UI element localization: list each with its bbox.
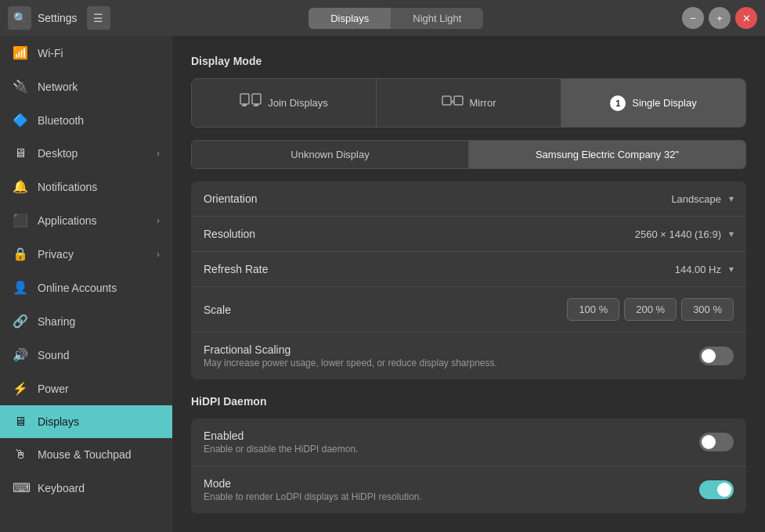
sidebar-item-label: Privacy xyxy=(38,248,147,261)
sidebar-item-label: Power xyxy=(38,383,160,395)
display-settings-card: Orientation Landscape ▾ Resolution 2560 … xyxy=(191,182,746,379)
svg-rect-3 xyxy=(252,94,261,104)
sidebar-item-network[interactable]: 🔌 Network xyxy=(0,70,172,103)
svg-rect-1 xyxy=(243,104,247,106)
sharing-icon: 🔗 xyxy=(13,314,28,329)
tab-displays[interactable]: Displays xyxy=(309,8,391,29)
orientation-row: Orientation Landscape ▾ xyxy=(191,182,746,217)
hidpi-enabled-toggle[interactable] xyxy=(699,433,734,451)
resolution-value: 2560 × 1440 (16:9) xyxy=(635,228,721,240)
display-tabs: Unknown Display Samsung Electric Company… xyxy=(191,140,746,169)
sidebar-item-online-accounts[interactable]: 👤 Online Accounts xyxy=(0,271,172,304)
refresh-rate-row: Refresh Rate 144.00 Hz ▾ xyxy=(191,252,746,287)
scale-control: 100 % 200 % 300 % xyxy=(567,298,734,321)
main-layout: 📶 Wi-Fi 🔌 Network 🔷 Bluetooth 🖥 Desktop … xyxy=(0,36,765,532)
hidpi-mode-label: Mode xyxy=(204,477,699,490)
single-display-button[interactable]: 1 Single Display xyxy=(561,79,745,127)
orientation-control[interactable]: Landscape ▾ xyxy=(671,193,734,205)
refresh-rate-control[interactable]: 144.00 Hz ▾ xyxy=(675,264,734,275)
sidebar-item-sound[interactable]: 🔊 Sound xyxy=(0,338,172,372)
join-displays-button[interactable]: Join Displays xyxy=(192,79,377,127)
mirror-label: Mirror xyxy=(470,97,496,109)
scale-200-button[interactable]: 200 % xyxy=(624,298,677,321)
resolution-label-wrap: Resolution xyxy=(204,228,635,240)
sidebar-item-label: Bluetooth xyxy=(38,114,160,127)
unknown-display-tab[interactable]: Unknown Display xyxy=(192,141,469,168)
fractional-scaling-row: Fractional Scaling May increase power us… xyxy=(191,332,746,379)
hidpi-section-title: HiDPI Daemon xyxy=(191,395,746,408)
desktop-icon: 🖥 xyxy=(13,146,28,160)
maximize-button[interactable]: + xyxy=(709,7,731,29)
applications-icon: ⬛ xyxy=(13,213,28,228)
join-displays-icon xyxy=(240,93,262,113)
sidebar-item-wifi[interactable]: 📶 Wi-Fi xyxy=(0,36,172,70)
search-button[interactable]: 🔍 xyxy=(8,6,31,30)
svg-rect-0 xyxy=(240,94,249,104)
titlebar-left: 🔍 Settings ☰ xyxy=(8,6,110,30)
fractional-scaling-toggle[interactable] xyxy=(699,347,734,365)
online-accounts-icon: 👤 xyxy=(13,280,28,295)
sidebar: 📶 Wi-Fi 🔌 Network 🔷 Bluetooth 🖥 Desktop … xyxy=(0,36,172,532)
hidpi-enabled-row: Enabled Enable or disable the HiDPI daem… xyxy=(191,419,746,466)
titlebar-tabs: Displays Night Light xyxy=(110,8,682,29)
titlebar: 🔍 Settings ☰ Displays Night Light − + ✕ xyxy=(0,0,765,36)
sidebar-item-bluetooth[interactable]: 🔷 Bluetooth xyxy=(0,103,172,137)
display-mode-title: Display Mode xyxy=(191,55,746,67)
fractional-scaling-control xyxy=(699,347,734,365)
menu-button[interactable]: ☰ xyxy=(87,6,110,30)
orientation-label-wrap: Orientation xyxy=(204,192,671,205)
sidebar-item-privacy[interactable]: 🔒 Privacy › xyxy=(0,237,172,271)
hidpi-mode-sublabel: Enable to render LoDPI displays at HiDPI… xyxy=(204,491,699,502)
mirror-button[interactable]: Mirror xyxy=(377,79,561,127)
sidebar-item-label: Network xyxy=(38,81,160,93)
sidebar-item-label: Keyboard xyxy=(38,482,160,494)
sidebar-item-label: Wi-Fi xyxy=(38,47,160,59)
sidebar-item-mouse[interactable]: 🖱 Mouse & Touchpad xyxy=(0,438,172,471)
svg-rect-4 xyxy=(254,104,258,106)
chevron-right-icon: › xyxy=(157,215,160,226)
power-icon: ⚡ xyxy=(13,381,28,396)
mouse-icon: 🖱 xyxy=(13,448,28,462)
resolution-label: Resolution xyxy=(204,228,635,240)
close-button[interactable]: ✕ xyxy=(735,7,757,29)
svg-rect-7 xyxy=(454,96,463,105)
titlebar-title: Settings xyxy=(38,12,78,24)
sidebar-item-label: Notifications xyxy=(38,181,160,193)
hidpi-enabled-label-wrap: Enabled Enable or disable the HiDPI daem… xyxy=(204,430,699,455)
hidpi-mode-control xyxy=(699,480,734,499)
refresh-rate-dropdown-arrow: ▾ xyxy=(729,264,734,275)
scale-100-button[interactable]: 100 % xyxy=(567,298,619,321)
minimize-button[interactable]: − xyxy=(682,7,704,29)
svg-rect-5 xyxy=(254,106,258,106)
resolution-dropdown-arrow: ▾ xyxy=(729,228,734,239)
hidpi-settings-card: Enabled Enable or disable the HiDPI daem… xyxy=(191,419,746,513)
refresh-rate-value: 144.00 Hz xyxy=(675,264,721,275)
scale-label-wrap: Scale xyxy=(204,304,567,316)
sidebar-item-power[interactable]: ⚡ Power xyxy=(0,372,172,405)
fractional-scaling-label: Fractional Scaling xyxy=(204,343,699,356)
tab-nightlight[interactable]: Night Light xyxy=(391,8,483,29)
sidebar-item-label: Online Accounts xyxy=(38,282,160,294)
hidpi-enabled-label: Enabled xyxy=(204,430,699,442)
mirror-icon xyxy=(442,94,464,112)
fractional-scaling-label-wrap: Fractional Scaling May increase power us… xyxy=(204,343,699,368)
scale-300-button[interactable]: 300 % xyxy=(681,298,734,321)
sidebar-item-notifications[interactable]: 🔔 Notifications xyxy=(0,170,172,203)
sidebar-item-applications[interactable]: ⬛ Applications › xyxy=(0,203,172,237)
scale-row: Scale 100 % 200 % 300 % xyxy=(191,287,746,332)
sidebar-item-sharing[interactable]: 🔗 Sharing xyxy=(0,304,172,338)
hidpi-enabled-control xyxy=(699,433,734,451)
sidebar-item-displays[interactable]: 🖥 Displays xyxy=(0,405,172,438)
resolution-control[interactable]: 2560 × 1440 (16:9) ▾ xyxy=(635,228,734,240)
hidpi-enabled-sublabel: Enable or disable the HiDPI daemon. xyxy=(204,444,699,455)
hidpi-mode-row: Mode Enable to render LoDPI displays at … xyxy=(191,466,746,513)
content-area: Display Mode Join Displays xyxy=(172,36,765,532)
keyboard-icon: ⌨ xyxy=(13,480,28,495)
samsung-display-tab[interactable]: Samsung Electric Company 32" xyxy=(469,141,745,168)
sidebar-item-desktop[interactable]: 🖥 Desktop › xyxy=(0,137,172,170)
sidebar-item-label: Mouse & Touchpad xyxy=(38,448,160,461)
svg-rect-2 xyxy=(242,106,247,106)
hidpi-mode-toggle[interactable] xyxy=(699,480,734,499)
orientation-dropdown-arrow: ▾ xyxy=(729,193,734,204)
sidebar-item-keyboard[interactable]: ⌨ Keyboard xyxy=(0,471,172,505)
